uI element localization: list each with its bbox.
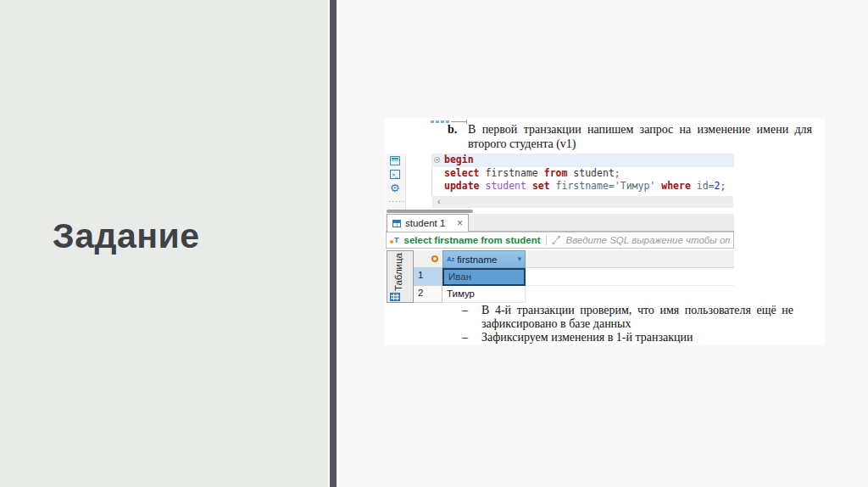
header-filler <box>526 250 734 268</box>
slide-divider <box>330 0 337 487</box>
sql-keyword: select <box>444 167 480 179</box>
gear-icon[interactable]: ⚙ <box>390 182 400 194</box>
code-line-2: select firstname from student; <box>406 167 734 181</box>
toolbar-dot-icon <box>436 120 439 123</box>
list-item: – Зафиксируем изменения в 1-й транзакции <box>462 331 793 344</box>
scroll-left-icon[interactable]: ‹ <box>437 196 441 206</box>
tab-label: student 1 <box>405 218 445 228</box>
current-line-highlight <box>431 154 734 167</box>
sql-filter-bar[interactable]: T select firstname from student ↗ ↙ Введ… <box>386 232 734 249</box>
bullet-1-line-2: зафиксировано в базе данных <box>481 317 793 331</box>
sql-editor[interactable]: begin select firstname from student; upd… <box>406 154 734 196</box>
sql-keyword: set <box>526 180 556 192</box>
filter-dot <box>390 240 393 244</box>
sql-keyword: update <box>444 180 480 192</box>
toolbar-dot-icon <box>441 120 444 123</box>
cell[interactable]: Тимур <box>442 286 526 303</box>
sql-keyword: where <box>661 180 691 192</box>
embedded-dbeaver-screenshot: b. В первой транзакции напишем запрос на… <box>385 118 825 345</box>
tab-student-1[interactable]: student 1 × <box>387 214 469 232</box>
sql-keyword: from <box>544 167 568 179</box>
toolbar-rule <box>451 121 466 122</box>
bullet-1-line-1: В 4-й транзакции проверим, что имя польз… <box>481 304 793 317</box>
close-icon[interactable]: × <box>457 218 463 228</box>
sql-column: id <box>697 180 709 192</box>
row-number[interactable]: 1 <box>414 268 442 286</box>
sql-semicolon: ; <box>721 180 726 192</box>
filter-query-text: select firstname from student <box>404 235 541 245</box>
sql-panel-icon[interactable] <box>390 156 400 165</box>
tab-table-view[interactable]: Таблица <box>387 250 414 303</box>
filter-letter: T <box>394 236 399 244</box>
toolbar-dot-icon <box>431 120 434 123</box>
separator <box>546 235 547 245</box>
sql-semicolon: ; <box>615 167 620 179</box>
list-item: – В 4-й транзакции проверим, что имя пол… <box>462 304 793 331</box>
sql-assignment: firstname='Тимур' <box>556 180 656 192</box>
sql-identifier: student <box>567 167 614 179</box>
gridline <box>526 285 734 286</box>
bullet-dash: – <box>462 331 468 344</box>
sql-table-name: student <box>485 180 526 192</box>
page-title: Задание <box>53 217 200 255</box>
editor-toolbar: >_ ⚙ ····· <box>386 154 406 213</box>
sql-keyword: begin <box>444 154 474 165</box>
space <box>691 180 697 192</box>
sql-operator: = <box>709 180 715 192</box>
heading-marker: b. <box>448 123 457 137</box>
grid-corner-cell <box>414 250 442 268</box>
expand-icon[interactable]: ↗ ↙ <box>552 236 561 245</box>
heading-line-2: второго студента (v1) <box>468 137 812 152</box>
table-view-label: Таблица <box>393 253 403 291</box>
results-grid: Таблица Az firstname ▾ 1 Иван 2 Тимур <box>387 250 734 303</box>
filter-input-placeholder[interactable]: Введите SQL выражение чтобы отфи <box>566 235 730 245</box>
editor-horizontal-scrollbar[interactable]: ‹ <box>432 196 733 208</box>
sql-number: 2 <box>715 180 721 192</box>
row-number[interactable]: 2 <box>414 286 442 303</box>
bullet-2: Зафиксируем изменения в 1-й транзакции <box>481 331 793 344</box>
overflow-dots-icon[interactable]: ····· <box>388 198 405 204</box>
column-header-firstname[interactable]: Az firstname ▾ <box>442 250 526 268</box>
table-icon <box>392 220 401 227</box>
cell-selected[interactable]: Иван <box>442 268 526 286</box>
console-icon[interactable]: >_ <box>390 170 400 179</box>
code-line-1: begin <box>406 154 734 167</box>
record-status-icon <box>431 255 438 262</box>
heading-line-1: В первой транзакции напишем запрос на из… <box>468 123 812 137</box>
scrollbar-thumb[interactable] <box>387 210 473 213</box>
column-name: firstname <box>457 255 497 265</box>
bullet-list: – В 4-й транзакции проверим, что имя пол… <box>462 304 793 344</box>
arrow-sw: ↙ <box>552 239 558 246</box>
string-type-icon: Az <box>447 255 454 263</box>
sort-dropdown-icon[interactable]: ▾ <box>517 255 521 263</box>
fold-collapse-icon[interactable] <box>434 157 440 163</box>
results-tabbar: student 1 × <box>386 214 734 232</box>
heading-item-b: b. В первой транзакции напишем запрос на… <box>448 123 812 151</box>
bullet-dash: – <box>462 304 468 317</box>
presentation-slide: Задание b. В первой транзакции напишем з… <box>0 0 868 487</box>
sql-identifier: firstname <box>480 167 544 179</box>
grid-icon <box>390 293 400 301</box>
filter-icon: T <box>390 236 399 244</box>
code-line-3: update student set firstname='Тимур' whe… <box>406 180 734 193</box>
